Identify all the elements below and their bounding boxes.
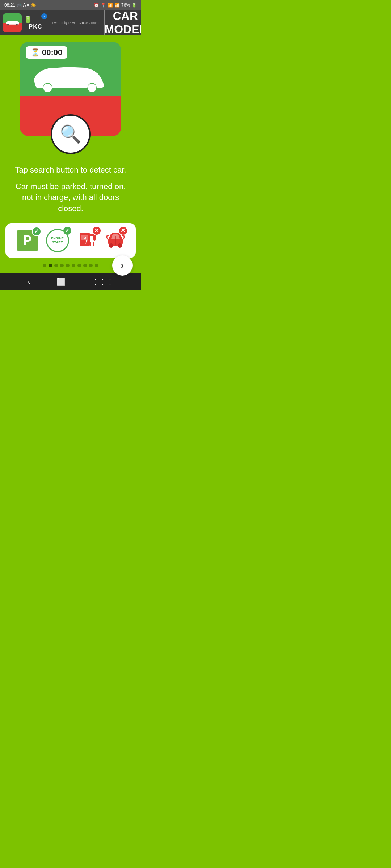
search-button[interactable]: 🔍 (51, 114, 91, 154)
condition-charging: ✕ (77, 229, 98, 252)
pagination-nav: › (6, 264, 135, 267)
pkc-label: PKC (29, 24, 42, 30)
logo-pkc-area: 🔋 ✓ PKC (24, 16, 47, 30)
pkc-checkmark: ✓ (41, 13, 47, 19)
svg-point-0 (7, 24, 9, 25)
condition-doors: ✕ (106, 229, 125, 252)
status-bar: 08:21 🎮 A✕ ☀️ ⏰ 📍 📶 📶 76% 🔋 (0, 0, 141, 10)
nav-dot-0[interactable] (43, 264, 46, 267)
condition-parking: ✓ P (17, 230, 38, 251)
nav-dot-9[interactable] (95, 264, 98, 267)
header-logo: 🔋 ✓ PKC powered by Power Cruise Control (0, 10, 105, 35)
back-button[interactable]: ‹ (28, 277, 30, 286)
nav-dot-7[interactable] (83, 264, 87, 267)
nav-dot-5[interactable] (72, 264, 75, 267)
logo-icon (3, 13, 22, 32)
parking-status: ✓ (32, 227, 41, 236)
info-text-conditions: Car must be parked, turned on, not in ch… (12, 181, 130, 214)
wifi-icon: 📶 (108, 3, 113, 8)
nav-dot-3[interactable] (60, 264, 64, 267)
engine-status: ✓ (63, 226, 72, 235)
svg-point-2 (43, 84, 52, 92)
location-icon: 📍 (101, 3, 106, 8)
nav-dot-2[interactable] (54, 264, 58, 267)
recents-button[interactable]: ⋮⋮⋮ (92, 277, 114, 286)
charging-status: ✕ (92, 226, 101, 235)
timer-badge: ⏳ 00:00 (26, 46, 67, 59)
battery-icon: 🔋 (131, 3, 137, 8)
pkc-battery-icon: 🔋 (24, 16, 32, 24)
status-right: ⏰ 📍 📶 📶 76% 🔋 (94, 3, 137, 8)
nav-dot-1[interactable] (49, 264, 52, 267)
nav-dot-6[interactable] (77, 264, 81, 267)
system-navigation: ‹ ⬜ ⋮⋮⋮ (0, 273, 141, 290)
svg-point-1 (16, 24, 17, 25)
svg-rect-8 (90, 242, 91, 246)
condition-engine: ✓ ENGINESTART (46, 229, 69, 252)
status-icons: 🎮 A✕ ☀️ (17, 3, 36, 8)
conditions-card: ✓ P ✓ ENGINESTART ✕ (5, 223, 136, 258)
alarm-icon: ⏰ (94, 3, 99, 8)
home-button[interactable]: ⬜ (56, 277, 66, 286)
powered-by-text: powered by Power Cruise Control (49, 21, 101, 25)
nav-dot-8[interactable] (89, 264, 93, 267)
nav-dot-4[interactable] (66, 264, 70, 267)
search-icon: 🔍 (60, 124, 81, 144)
main-content: ⏳ 00:00 🔍 Tap search button to detect ca… (0, 36, 141, 273)
status-time: 08:21 (4, 3, 15, 8)
status-left: 08:21 🎮 A✕ ☀️ (4, 3, 36, 8)
logo-car-svg (5, 18, 20, 27)
car-silhouette (31, 61, 110, 95)
next-button[interactable]: › (112, 255, 133, 276)
info-section: Tap search button to detect car. Car mus… (6, 165, 135, 220)
svg-point-3 (88, 84, 96, 92)
timer-icon: ⏳ (31, 48, 40, 57)
app-header: 🔋 ✓ PKC powered by Power Cruise Control … (0, 10, 141, 36)
car-card: ⏳ 00:00 🔍 (20, 42, 121, 136)
svg-point-10 (109, 243, 113, 248)
svg-rect-9 (93, 242, 94, 246)
info-text-detect: Tap search button to detect car. (12, 165, 130, 175)
svg-point-11 (118, 243, 122, 248)
battery-percent: 76% (121, 3, 130, 8)
pkc-badge: 🔋 ✓ (24, 16, 47, 24)
signal-icon: 📶 (114, 3, 120, 8)
doors-status: ✕ (118, 226, 128, 235)
page-title: CAR MODEL (105, 9, 141, 36)
timer-value: 00:00 (42, 48, 62, 57)
car-card-top: ⏳ 00:00 (20, 42, 121, 96)
